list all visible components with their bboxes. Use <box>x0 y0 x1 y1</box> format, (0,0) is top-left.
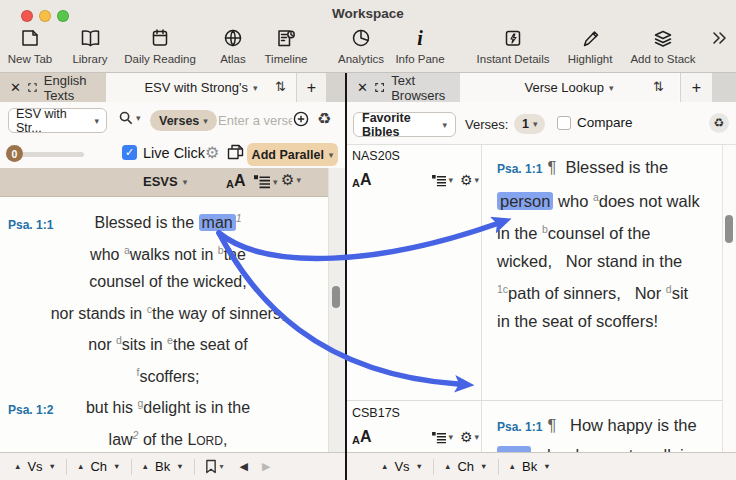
tab-esv-with-strongs[interactable]: ESV with Strong's ▾ ⇅ <box>106 73 296 102</box>
chevron-down-icon[interactable]: ▾ <box>609 83 614 93</box>
book-stepper[interactable]: ▲ Bk ▼ <box>142 459 184 474</box>
expand-zone-icon[interactable] <box>28 82 37 93</box>
search-mode-caret-icon[interactable]: ▾ <box>136 113 141 123</box>
step-down-icon[interactable]: ▼ <box>113 462 120 471</box>
toolbar-library-button[interactable]: Library <box>62 26 118 70</box>
add-tab-button[interactable]: + <box>296 73 326 102</box>
step-up-icon[interactable]: ▲ <box>14 462 21 471</box>
sort-order-icon[interactable]: ⇅ <box>275 79 286 94</box>
step-down-icon[interactable]: ▼ <box>416 462 423 471</box>
hits-slider[interactable] <box>14 152 84 157</box>
step-down-icon[interactable]: ▼ <box>480 462 487 471</box>
chevron-down-icon[interactable]: ▾ <box>220 462 224 471</box>
step-up-icon[interactable]: ▲ <box>142 462 149 471</box>
verse-line: who awalks not in bthe <box>0 237 328 269</box>
display-module-dropdown[interactable]: ESVS ▾ <box>143 174 187 189</box>
step-up-icon[interactable]: ▲ <box>509 462 516 471</box>
pane-settings-control[interactable]: ⚙ ▾ <box>460 429 479 445</box>
chevron-down-icon: ▾ <box>296 175 301 185</box>
module-name-csb17s[interactable]: CSB17S <box>352 406 400 420</box>
module-selector-button[interactable]: ESV with Str... ▾ <box>8 108 107 133</box>
recycle-results-icon[interactable]: ♻ <box>317 109 331 128</box>
step-down-icon[interactable]: ▼ <box>176 462 183 471</box>
toolbar-instant-details-button[interactable]: Instant Details <box>468 26 558 70</box>
step-up-icon[interactable]: ▲ <box>444 462 451 471</box>
zone-text-browsers[interactable]: ✕ Text Browsers <box>347 73 460 102</box>
verse-stepper[interactable]: ▲ Vs ▼ <box>381 459 423 474</box>
right-scrollbar-thumb[interactable] <box>725 215 733 243</box>
verse-reference[interactable]: Psa. 1:2 <box>8 397 53 425</box>
favorite-bibles-dropdown[interactable]: Favorite Bibles ▾ <box>353 112 456 137</box>
close-zone-icon[interactable]: ✕ <box>10 80 21 95</box>
verse-reference[interactable]: Psa. 1:1 <box>497 420 542 434</box>
font-size-control[interactable]: AA <box>352 428 372 446</box>
hit-count-badge[interactable]: 0 <box>6 145 23 162</box>
verse-reference[interactable]: Psa. 1:1 <box>8 212 53 240</box>
verse-search-input[interactable] <box>218 109 292 132</box>
search-icon[interactable] <box>119 111 133 125</box>
zone-english-texts[interactable]: ✕ English Texts <box>0 73 106 102</box>
left-scrollbar-track[interactable] <box>328 168 345 452</box>
verse-reference[interactable]: Psa. 1:1 <box>497 162 542 176</box>
right-scrollbar-track[interactable] <box>722 145 736 452</box>
text-run: Blessed is the <box>94 214 198 231</box>
paragraph-format-control[interactable]: ▾ <box>432 174 454 187</box>
toolbar-add-to-stack-button[interactable]: Add to Stack <box>622 26 704 70</box>
toolbar-timeline-button[interactable]: Timeline <box>252 26 320 70</box>
pane-settings-control[interactable]: ⚙ ▾ <box>460 172 479 188</box>
search-scope-dropdown[interactable]: Verses ▾ <box>150 110 217 131</box>
toolbar-highlight-button[interactable]: Highlight <box>552 26 628 70</box>
chapter-stepper[interactable]: ▲ Ch ▼ <box>444 459 488 474</box>
verse-line: Psa. 1:1¶ How happy is the <box>497 411 713 441</box>
csb-format-controls: AA ▾ ⚙ ▾ <box>352 428 477 446</box>
text-run: in the seat of scoffers! <box>497 312 658 330</box>
step-down-icon[interactable]: ▼ <box>543 462 550 471</box>
font-size-control[interactable]: AA <box>226 172 246 190</box>
paragraph-format-control[interactable]: ▾ <box>254 174 278 189</box>
chevron-down-icon: ▾ <box>475 432 480 442</box>
chapter-stepper[interactable]: ▲ Ch ▼ <box>77 459 121 474</box>
compare-checkbox[interactable] <box>557 116 571 130</box>
paragraph-format-control[interactable]: ▾ <box>432 431 454 444</box>
book-stepper[interactable]: ▲ Bk ▼ <box>509 459 551 474</box>
chevron-down-icon[interactable]: ▾ <box>253 83 258 93</box>
toolbar-overflow-chevron-icon[interactable] <box>710 30 728 50</box>
font-size-control[interactable]: AA <box>352 171 372 189</box>
tab-label: Verse Lookup <box>524 80 604 95</box>
close-zone-icon[interactable]: ✕ <box>357 80 368 95</box>
highlighted-word[interactable]: person <box>497 192 553 210</box>
toolbar-daily-reading-button[interactable]: Daily Reading <box>118 26 202 70</box>
toolbar-new-tab-button[interactable]: New Tab <box>2 26 58 70</box>
add-tab-button[interactable]: + <box>680 73 712 102</box>
expand-zone-icon[interactable] <box>375 82 384 93</box>
live-click-settings-gear-icon[interactable]: ⚙ <box>205 143 219 162</box>
add-parallel-button[interactable]: Add Parallel ▾ <box>247 143 338 166</box>
section-divider <box>347 400 722 401</box>
module-name-nas20s[interactable]: NAS20S <box>352 149 400 163</box>
step-down-icon[interactable]: ▼ <box>49 462 56 471</box>
chevron-down-icon: ▾ <box>273 177 278 187</box>
step-up-icon[interactable]: ▲ <box>381 462 388 471</box>
highlighted-word[interactable]: man <box>199 214 236 231</box>
text-run: who <box>553 192 592 210</box>
verse-stepper[interactable]: ▲ Vs ▼ <box>14 459 56 474</box>
tab-verse-lookup[interactable]: Verse Lookup ▾ ⇅ <box>460 73 678 102</box>
toolbar-info-pane-button[interactable]: i Info Pane <box>384 26 456 70</box>
esv-text-area[interactable]: Psa. 1:1Blessed is the man1who awalks no… <box>0 197 328 452</box>
library-icon <box>62 26 118 50</box>
duplicate-pane-icon[interactable] <box>227 144 244 161</box>
bookmark-icon[interactable] <box>205 459 217 474</box>
sort-order-icon[interactable]: ⇅ <box>653 79 664 94</box>
left-pane-esv: ✕ English Texts ESV with Strong's ▾ ⇅ + … <box>0 73 345 452</box>
right-tab-bar: ✕ Text Browsers Verse Lookup ▾ ⇅ + <box>347 73 736 102</box>
nas20s-verse-text[interactable]: Psa. 1:1¶ Blessed is theperson who adoes… <box>497 153 713 335</box>
history-back-icon[interactable]: ◀ <box>240 460 248 473</box>
recycle-results-icon[interactable]: ♻ <box>709 113 729 133</box>
verses-count-dropdown[interactable]: 1 ▾ <box>514 114 545 134</box>
step-up-icon[interactable]: ▲ <box>77 462 84 471</box>
pane-divider[interactable] <box>345 73 347 480</box>
pane-settings-control[interactable]: ⚙ ▾ <box>281 171 301 189</box>
add-search-criteria-icon[interactable] <box>293 111 309 127</box>
left-scrollbar-thumb[interactable] <box>332 286 340 308</box>
live-click-checkbox[interactable]: ✓ <box>122 145 137 160</box>
